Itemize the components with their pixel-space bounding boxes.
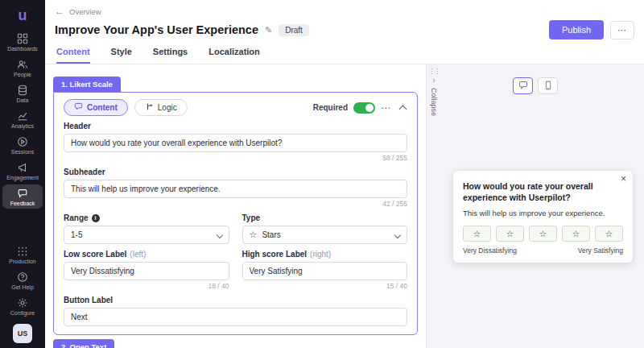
range-type-row: Range i 1-5 Type [64, 208, 407, 244]
sidebar: u Dashboards People Data Analytics Sessi… [0, 0, 45, 348]
sidebar-item-feedback[interactable]: Feedback [2, 184, 43, 209]
logic-mode-label: Logic [158, 103, 177, 112]
bubble-preview-button[interactable] [513, 77, 533, 94]
page-title: Improve Your App's User Experience [55, 23, 258, 36]
subheader-field-label: Subheader [64, 168, 407, 176]
likert-scale-block: 1. Likert Scale Content Logic [53, 76, 418, 335]
sidebar-item-label: Data [17, 97, 29, 103]
chevron-down-icon [394, 231, 401, 238]
subheader-input[interactable] [64, 180, 407, 198]
preview-low-label: Very Dissatisfying [463, 246, 517, 255]
high-score-field: High score Label (right) 15 / 40 [242, 244, 408, 290]
sidebar-item-label: Analytics [11, 123, 34, 129]
button-label-field-label: Button Label [64, 296, 407, 304]
low-score-label: Low score Label (left) [64, 250, 229, 259]
field-label-text: Type [242, 213, 261, 222]
star-option[interactable]: ☆ [496, 226, 524, 242]
sidebar-item-analytics[interactable]: Analytics [2, 107, 43, 131]
userpilot-logo: u [19, 8, 27, 23]
edit-title-icon[interactable]: ✎ [265, 25, 272, 35]
block-badge-open-text[interactable]: 2. Open Text [53, 339, 114, 348]
more-options-button[interactable]: ⋯ [610, 21, 634, 39]
range-field-label: Range i [64, 213, 229, 222]
field-label-hint: (right) [310, 250, 331, 259]
sidebar-item-sessions[interactable]: Sessions [2, 133, 43, 157]
info-icon[interactable]: i [92, 214, 100, 222]
sidebar-item-dashboards[interactable]: Dashboards [2, 30, 43, 54]
user-avatar[interactable]: US [13, 324, 32, 343]
preview-device-toggle [513, 77, 558, 94]
card-menu-icon[interactable]: ⋯ [381, 103, 391, 113]
header-input[interactable] [64, 134, 407, 152]
sidebar-item-label: Feedback [10, 201, 35, 206]
star-option[interactable]: ☆ [529, 226, 557, 242]
sidebar-item-label: Sessions [11, 149, 34, 155]
required-toggle[interactable] [353, 102, 375, 114]
back-arrow-icon[interactable]: ← [55, 6, 64, 17]
type-field-label: Type [242, 213, 408, 222]
range-select[interactable]: 1-5 [64, 226, 229, 244]
close-icon[interactable]: × [621, 173, 626, 184]
analytics-icon [17, 110, 28, 122]
breadcrumb-label[interactable]: Overview [69, 7, 101, 16]
sidebar-item-people[interactable]: People [2, 56, 43, 80]
field-label-text: Subheader [64, 168, 105, 176]
tab-settings[interactable]: Settings [153, 47, 188, 64]
tab-content[interactable]: Content [56, 47, 90, 64]
required-label: Required [313, 103, 348, 112]
phone-preview-button[interactable] [538, 77, 558, 94]
tab-localization[interactable]: Localization [208, 47, 260, 64]
collapse-chevron-icon: › [432, 76, 435, 85]
star-option[interactable]: ☆ [562, 226, 590, 242]
sidebar-item-label: Engagement [6, 175, 39, 180]
bubble-icon [518, 79, 528, 93]
preview-panel: ⋮⋮ › Collapse × How would you rate your … [427, 64, 644, 348]
subheader-char-counter: 42 / 255 [64, 200, 407, 208]
page-header: ← Overview Improve Your App's User Exper… [45, 0, 644, 64]
sidebar-item-engagement[interactable]: Engagement [2, 159, 43, 183]
content-area: 1. Likert Scale Content Logic [45, 64, 644, 348]
collapse-label: Collapse [430, 88, 438, 116]
database-icon [17, 85, 28, 96]
sidebar-bottom: Production Get Help Configure US [0, 242, 45, 343]
block-badge-likert[interactable]: 1. Likert Scale [53, 77, 121, 92]
branch-icon [145, 102, 154, 113]
card-toolbar: Content Logic Required ⋯ [64, 99, 407, 116]
breadcrumb[interactable]: ← Overview [55, 6, 634, 17]
collapse-card-chevron-icon[interactable] [399, 105, 407, 113]
sidebar-item-label: Get Help [11, 284, 34, 290]
header-char-counter: 58 / 255 [64, 154, 407, 162]
likert-card: Content Logic Required ⋯ [53, 92, 418, 335]
logic-mode-button[interactable]: Logic [134, 99, 188, 116]
megaphone-icon [17, 162, 28, 173]
sidebar-item-label: Dashboards [7, 46, 38, 52]
star-option[interactable]: ☆ [463, 226, 491, 242]
sidebar-item-data[interactable]: Data [2, 81, 43, 106]
sidebar-item-production[interactable]: Production [2, 242, 43, 267]
preview-title: How would you rate your overall experien… [463, 180, 623, 203]
gear-icon [17, 297, 28, 309]
star-option[interactable]: ☆ [595, 226, 623, 242]
publish-button[interactable]: Publish [549, 20, 604, 39]
button-label-input[interactable] [64, 308, 407, 326]
field-label-text: Low score Label [64, 250, 126, 259]
sidebar-item-configure[interactable]: Configure [2, 294, 43, 318]
star-icon: ☆ [250, 230, 258, 239]
content-mode-label: Content [87, 103, 118, 112]
title-row: Improve Your App's User Experience ✎ Dra… [55, 20, 634, 39]
collapse-panel-control[interactable]: ⋮⋮ › Collapse [428, 69, 440, 116]
range-field: Range i 1-5 [64, 208, 229, 244]
score-labels-row: Low score Label (left) 18 / 40 High scor… [64, 244, 407, 290]
content-mode-button[interactable]: Content [64, 99, 128, 116]
high-score-input[interactable] [242, 262, 408, 280]
sidebar-item-get-help[interactable]: Get Help [2, 268, 43, 292]
status-badge: Draft [279, 24, 309, 36]
feedback-bubble-icon [17, 188, 28, 199]
sidebar-item-label: Production [9, 259, 35, 264]
bubble-icon [74, 102, 83, 113]
field-label-text: Header [64, 122, 91, 130]
open-text-block: 2. Open Text [53, 338, 418, 348]
low-score-input[interactable] [64, 262, 229, 280]
tab-style[interactable]: Style [111, 47, 132, 64]
type-select[interactable]: ☆ Stars [242, 226, 408, 244]
